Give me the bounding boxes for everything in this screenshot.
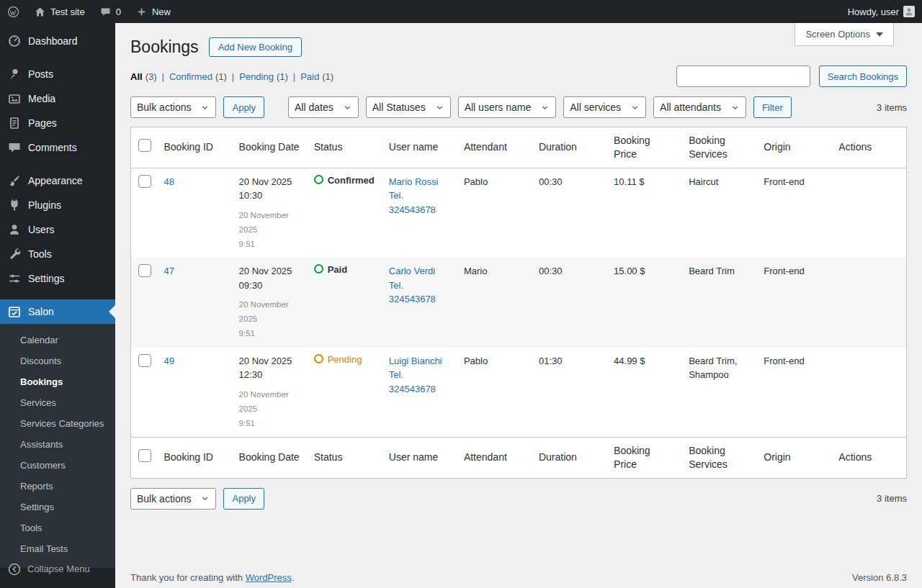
column-header-status: Status	[307, 127, 382, 168]
origin-value: Front-end	[764, 176, 804, 187]
users-filter-select[interactable]: All users name	[458, 96, 557, 118]
comments-count-link[interactable]: 0	[92, 0, 128, 23]
column-header-user-name: User name	[382, 437, 457, 478]
bookings-table: Booking ID Booking Date Status User name…	[130, 127, 907, 479]
bulk-actions-select[interactable]: Bulk actions	[130, 488, 216, 510]
sidebar-item-comments[interactable]: Comments	[0, 135, 115, 160]
status-label: Paid	[328, 264, 347, 275]
site-name-link[interactable]: Test site	[27, 0, 92, 23]
user-icon	[7, 222, 22, 237]
chevron-down-icon	[876, 32, 883, 37]
submenu-item-settings[interactable]: Settings	[0, 497, 115, 517]
row-checkbox[interactable]	[138, 354, 151, 367]
row-checkbox[interactable]	[138, 175, 151, 188]
column-header-booking-id: Booking ID	[157, 127, 232, 168]
dates-filter-select[interactable]: All dates	[288, 96, 359, 118]
row-checkbox[interactable]	[138, 264, 151, 277]
new-content-label: New	[152, 6, 171, 17]
column-header-actions: Actions	[831, 127, 906, 168]
duration-value: 00:30	[539, 176, 563, 187]
column-header-booking-services: Booking Services	[681, 127, 756, 168]
sidebar-item-pages[interactable]: Pages	[0, 111, 115, 135]
sidebar-item-salon[interactable]: Salon	[0, 299, 115, 324]
filter-button[interactable]: Filter	[753, 96, 792, 118]
sidebar-item-label: Dashboard	[28, 35, 78, 47]
customer-link[interactable]: Carlo Verdi Tel. 324543678	[389, 266, 436, 304]
select-all-checkbox[interactable]	[138, 139, 151, 152]
comments-count-label: 0	[116, 6, 121, 17]
booking-id-link[interactable]: 48	[164, 176, 174, 187]
site-name-label: Test site	[50, 6, 85, 17]
pushpin-icon	[7, 67, 22, 81]
origin-value: Front-end	[764, 356, 804, 366]
submenu-item-reports[interactable]: Reports	[0, 476, 115, 497]
home-icon	[34, 6, 46, 18]
chevron-down-icon	[540, 103, 550, 112]
page-title: Bookings	[130, 35, 199, 60]
attendants-filter-select[interactable]: All attendants	[653, 96, 746, 118]
submenu-item-discounts[interactable]: Discounts	[0, 350, 115, 371]
apply-button[interactable]: Apply	[223, 96, 264, 118]
search-input[interactable]	[676, 65, 810, 87]
apply-button[interactable]: Apply	[223, 488, 264, 510]
sidebar-item-posts[interactable]: Posts	[0, 62, 115, 86]
status-circle-icon	[314, 354, 323, 363]
select-all-checkbox[interactable]	[138, 449, 151, 462]
status-circle-icon	[314, 175, 323, 184]
booking-date: 20 Nov 2025 12:30	[239, 354, 300, 382]
submenu-item-tools[interactable]: Tools	[0, 517, 115, 538]
table-row: 48 20 Nov 2025 10:30 20 November 2025 9:…	[131, 168, 907, 258]
new-content-button[interactable]: New	[128, 0, 178, 23]
submenu-item-services[interactable]: Services	[0, 392, 115, 413]
view-confirmed-link[interactable]: Confirmed(1)	[169, 71, 227, 82]
sidebar-item-tools[interactable]: Tools	[0, 242, 115, 266]
column-header-origin: Origin	[756, 437, 831, 478]
screen-options-label: Screen Options	[805, 29, 870, 40]
column-header-status: Status	[307, 437, 382, 478]
column-header-booking-id: Booking ID	[157, 437, 232, 478]
column-header-duration: Duration	[532, 437, 607, 478]
wordpress-logo-button[interactable]	[0, 0, 27, 23]
search-bookings-button[interactable]: Search Bookings	[819, 65, 907, 87]
table-row: 47 20 Nov 2025 09:30 20 November 2025 9:…	[131, 258, 907, 347]
sidebar-item-appearance[interactable]: Appearance	[0, 168, 115, 193]
sidebar-item-media[interactable]: Media	[0, 86, 115, 111]
sidebar-item-dashboard[interactable]: Dashboard	[0, 29, 115, 53]
my-account-link[interactable]: Howdy, user	[841, 0, 922, 23]
submenu-item-bookings[interactable]: Bookings	[0, 371, 115, 392]
statuses-filter-select[interactable]: All Statuses	[366, 96, 451, 118]
column-header-booking-price: Booking Price	[607, 437, 681, 478]
admin-bar: Test site 0 New Howdy, user	[0, 0, 922, 23]
submenu-item-customers[interactable]: Customers	[0, 455, 115, 476]
sidebar-item-plugins[interactable]: Plugins	[0, 193, 115, 217]
column-header-attendant: Attendant	[457, 437, 532, 478]
services-filter-select[interactable]: All services	[563, 96, 646, 118]
attendant-name: Mario	[464, 266, 488, 276]
view-all-link[interactable]: All(3)	[130, 71, 157, 82]
customer-link[interactable]: Luigi Bianchi Tel. 324543678	[389, 356, 442, 394]
screen-options-button[interactable]: Screen Options	[795, 23, 894, 46]
submenu-item-assistants[interactable]: Assistants	[0, 434, 115, 455]
customer-link[interactable]: Mario Rossi Tel. 324543678	[389, 176, 439, 215]
sidebar-item-label: Pages	[28, 117, 57, 129]
collapse-menu-label: Collapse Menu	[27, 564, 90, 574]
add-new-booking-button[interactable]: Add New Booking	[209, 37, 302, 57]
bulk-actions-select[interactable]: Bulk actions	[130, 96, 216, 118]
booking-id-link[interactable]: 47	[164, 266, 174, 276]
dashboard-icon	[7, 34, 22, 48]
sidebar-item-users[interactable]: Users	[0, 217, 115, 242]
submenu-item-calendar[interactable]: Calendar	[0, 330, 115, 350]
sidebar-item-label: Plugins	[28, 199, 61, 211]
submenu-item-services-categories[interactable]: Services Categories	[0, 413, 115, 434]
sidebar-item-settings[interactable]: Settings	[0, 266, 115, 291]
view-paid-link[interactable]: Paid(1)	[300, 71, 334, 82]
collapse-menu-button[interactable]: Collapse Menu	[0, 556, 115, 581]
menu-separator	[0, 53, 115, 62]
menu-separator	[0, 160, 115, 168]
sidebar-item-label: Tools	[28, 248, 52, 260]
booking-services: Haircut	[689, 176, 718, 187]
booking-id-link[interactable]: 49	[164, 356, 174, 366]
wordpress-link[interactable]: WordPress	[246, 572, 292, 583]
comment-bubble-icon	[99, 6, 112, 18]
view-pending-link[interactable]: Pending(1)	[239, 71, 288, 82]
